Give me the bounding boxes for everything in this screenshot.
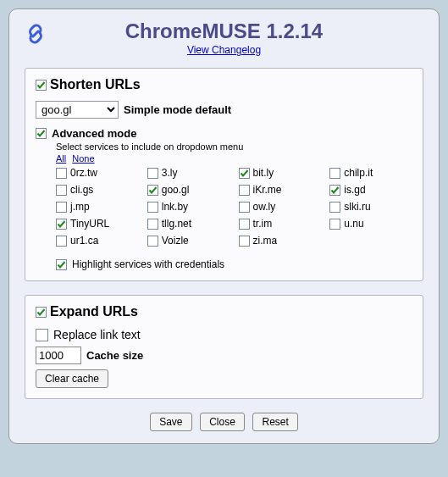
service-label: TinyURL: [70, 218, 109, 230]
service-item: Voizle: [147, 235, 230, 247]
header: ChromeMUSE 1.2.14 View Changelog: [25, 19, 423, 56]
settings-panel: ChromeMUSE 1.2.14 View Changelog Shorten…: [8, 8, 440, 444]
expand-section: Expand URLs Replace link text Cache size…: [25, 295, 423, 399]
service-checkbox[interactable]: [239, 202, 250, 213]
service-item: slki.ru: [329, 201, 412, 213]
simple-mode-select[interactable]: goo.gl: [36, 101, 119, 119]
app-title: ChromeMUSE 1.2.14: [25, 19, 423, 43]
service-item: ur1.ca: [56, 235, 139, 247]
service-item: bit.ly: [239, 167, 322, 179]
service-label: 0rz.tw: [70, 167, 97, 179]
service-checkbox[interactable]: [147, 236, 158, 247]
service-item: is.gd: [329, 184, 412, 196]
service-label: cli.gs: [70, 184, 93, 196]
cache-size-input[interactable]: [36, 347, 81, 364]
service-checkbox[interactable]: [239, 219, 250, 230]
select-all-link[interactable]: All: [56, 153, 66, 164]
service-item: iKr.me: [239, 184, 322, 196]
service-label: bit.ly: [253, 167, 274, 179]
service-checkbox[interactable]: [147, 185, 158, 196]
shorten-title: Shorten URLs: [50, 77, 141, 92]
service-checkbox[interactable]: [56, 236, 67, 247]
service-item: tllg.net: [147, 218, 230, 230]
service-checkbox[interactable]: [147, 168, 158, 179]
service-checkbox[interactable]: [56, 219, 67, 230]
service-label: tllg.net: [162, 218, 191, 230]
reset-button[interactable]: Reset: [252, 413, 297, 431]
service-item: chilp.it: [329, 167, 412, 179]
view-changelog-link[interactable]: View Changelog: [187, 44, 261, 56]
service-checkbox[interactable]: [239, 168, 250, 179]
service-item: cli.gs: [56, 184, 139, 196]
service-item: j.mp: [56, 201, 139, 213]
save-button[interactable]: Save: [150, 413, 191, 431]
service-item: ow.ly: [239, 201, 322, 213]
service-label: ur1.ca: [70, 235, 98, 247]
replace-link-text-checkbox[interactable]: [36, 329, 48, 341]
cache-size-label: Cache size: [86, 349, 143, 362]
advanced-hint: Select services to include on dropdown m…: [56, 141, 412, 152]
service-label: is.gd: [344, 184, 365, 196]
service-label: zi.ma: [253, 235, 278, 247]
service-checkbox[interactable]: [147, 202, 158, 213]
service-checkbox[interactable]: [239, 185, 250, 196]
service-label: Voizle: [162, 235, 189, 247]
clear-cache-button[interactable]: Clear cache: [36, 369, 108, 388]
service-label: goo.gl: [162, 184, 190, 196]
service-label: tr.im: [253, 218, 273, 230]
service-checkbox[interactable]: [329, 185, 340, 196]
service-label: u.nu: [344, 218, 363, 230]
service-checkbox[interactable]: [56, 168, 67, 179]
footer-buttons: Save Close Reset: [25, 413, 423, 431]
simple-mode-label: Simple mode default: [124, 103, 231, 116]
service-checkbox[interactable]: [147, 219, 158, 230]
service-label: j.mp: [70, 201, 90, 213]
service-item: u.nu: [329, 218, 412, 230]
advanced-mode-checkbox[interactable]: [36, 128, 47, 139]
service-label: lnk.by: [162, 201, 188, 213]
replace-link-text-label: Replace link text: [53, 328, 141, 341]
services-grid: 0rz.tw3.lybit.lychilp.itcli.gsgoo.gliKr.…: [56, 167, 412, 247]
shorten-section: Shorten URLs goo.gl Simple mode default …: [25, 68, 423, 281]
service-label: ow.ly: [253, 201, 276, 213]
service-checkbox[interactable]: [56, 185, 67, 196]
service-item: zi.ma: [239, 235, 322, 247]
service-item: goo.gl: [147, 184, 230, 196]
shorten-urls-checkbox[interactable]: [36, 80, 47, 91]
select-none-link[interactable]: None: [72, 153, 94, 164]
highlight-credentials-checkbox[interactable]: [56, 259, 67, 270]
service-label: slki.ru: [344, 201, 370, 213]
service-checkbox[interactable]: [329, 202, 340, 213]
advanced-mode-label: Advanced mode: [52, 127, 136, 140]
service-checkbox[interactable]: [56, 202, 67, 213]
highlight-credentials-label: Highlight services with credentials: [72, 258, 224, 270]
service-checkbox[interactable]: [329, 219, 340, 230]
service-item: tr.im: [239, 218, 322, 230]
service-checkbox[interactable]: [329, 168, 340, 179]
service-label: iKr.me: [253, 184, 282, 196]
service-item: lnk.by: [147, 201, 230, 213]
service-item: TinyURL: [56, 218, 139, 230]
service-label: chilp.it: [344, 167, 373, 179]
service-item: 3.ly: [147, 167, 230, 179]
service-label: 3.ly: [162, 167, 178, 179]
service-item: 0rz.tw: [56, 167, 139, 179]
expand-urls-checkbox[interactable]: [36, 307, 47, 318]
service-checkbox[interactable]: [239, 236, 250, 247]
chain-link-icon: [25, 23, 47, 45]
close-button[interactable]: Close: [200, 413, 245, 431]
expand-title: Expand URLs: [50, 304, 138, 319]
